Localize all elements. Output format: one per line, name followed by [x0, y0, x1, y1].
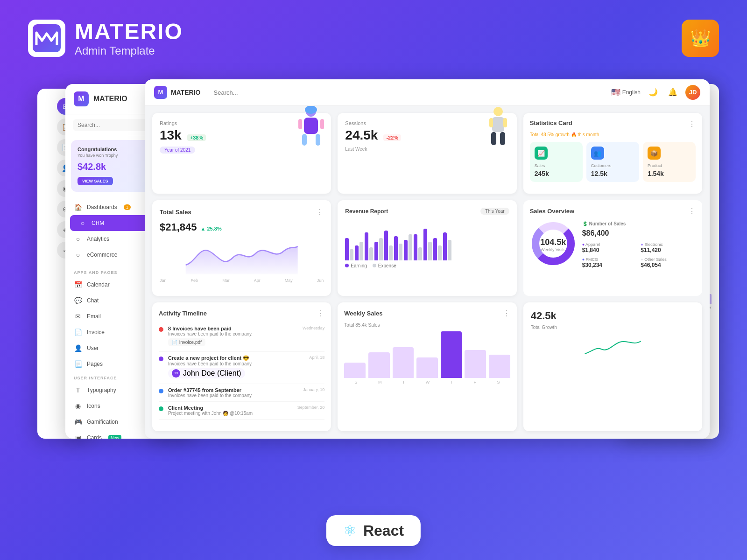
- ratings-card: Ratings 13k +38% Year of 2021: [152, 113, 331, 194]
- crown-badge: 👑: [682, 20, 719, 57]
- total-sales-title: Total Sales: [160, 209, 191, 216]
- ratings-figure: [294, 106, 329, 150]
- circle-icon: ○: [78, 219, 87, 227]
- weekly-bar-s1: [344, 363, 366, 378]
- expense-legend: Expense: [373, 263, 396, 268]
- weekly-bar-s2: [489, 355, 510, 378]
- bar-exp-2: [359, 242, 363, 260]
- weekly-bar-w: [416, 357, 438, 378]
- user-avatar[interactable]: JD: [685, 85, 700, 100]
- circle-icon-3: ○: [74, 251, 82, 259]
- nav-right-area: 🇺🇸 English 🌙 🔔 JD: [611, 85, 700, 100]
- weekly-sales-bar-chart: [344, 331, 510, 378]
- stat-product: 📦 Product 1.54k: [643, 142, 696, 182]
- activity-more-icon[interactable]: ⋮: [317, 309, 324, 318]
- dark-mode-toggle[interactable]: 🌙: [646, 85, 660, 99]
- stats-product-label: Product: [648, 163, 691, 168]
- revenue-report-card: Revenue Report This Year: [338, 200, 516, 295]
- weekly-sales-more-icon[interactable]: ⋮: [503, 309, 510, 318]
- gamification-icon: 🎮: [74, 418, 82, 426]
- svg-rect-13: [500, 132, 505, 145]
- bar-group-10: [433, 238, 442, 260]
- total-sales-months: Jan Feb Mar Apr May Jun: [160, 278, 324, 283]
- svg-rect-4: [316, 134, 320, 146]
- stats-product-value: 1.54k: [648, 170, 691, 177]
- stats-growth-text: Total 48.5% growth: [530, 132, 570, 137]
- ratings-value: 13k: [160, 128, 182, 143]
- tl-title-1: 8 Invoices have been paid: [168, 326, 232, 331]
- congrats-view-sales-button[interactable]: VIEW SALES: [78, 177, 113, 185]
- number-of-sales-label: Number of Sales: [589, 221, 626, 226]
- day-w: W: [426, 380, 430, 385]
- sidebar-brand-name: MATERIO: [93, 95, 127, 103]
- weekly-days-row: S M T W T F S: [344, 380, 510, 385]
- sidebar-chat-label: Chat: [87, 297, 99, 304]
- bar-exp-8: [418, 247, 422, 260]
- svg-rect-12: [491, 132, 496, 145]
- svg-rect-3: [302, 134, 307, 146]
- tl-date-3: January, 10: [303, 387, 324, 393]
- ratings-year-badge: Year of 2021: [160, 147, 195, 154]
- sessions-card: Sessions 24.5k -22% Last Week: [338, 113, 516, 194]
- cards-icon: ▣: [74, 434, 82, 439]
- svg-rect-11: [503, 118, 507, 127]
- nav-logo-area: M MATERIO: [154, 86, 201, 99]
- cards-new-badge: New: [108, 435, 121, 439]
- weekly-sales-subtitle: Total 85.4k Sales: [344, 322, 510, 328]
- bar-group-6: [394, 236, 402, 260]
- bar-group-7: [404, 234, 412, 260]
- day-m: M: [378, 380, 382, 385]
- notification-bell-icon[interactable]: 🔔: [666, 85, 680, 99]
- weekly-bar-f: [465, 350, 486, 378]
- sales-overview-more-icon[interactable]: ⋮: [688, 207, 696, 216]
- nav-search-input[interactable]: [214, 89, 604, 96]
- svg-point-8: [493, 107, 503, 116]
- sidebar-gamification-label: Gamification: [87, 419, 118, 425]
- tl-user-avatar-2: JD: [172, 369, 180, 378]
- total-growth-label: Total Growth: [531, 325, 695, 330]
- bar-exp-7: [409, 234, 412, 260]
- month-jun: Jun: [317, 278, 324, 283]
- timeline-item-4: Client Meeting September, 20 Project mee…: [159, 402, 324, 420]
- top-navbar: M MATERIO 🇺🇸 English 🌙 🔔 JD: [145, 79, 710, 105]
- growth-line-chart: [531, 333, 695, 356]
- stats-customers-value: 12.5k: [591, 170, 634, 177]
- num-sales-icon: 💲: [582, 221, 588, 226]
- stats-sales-value: 245k: [535, 170, 578, 177]
- weekly-bar-m: [368, 352, 390, 378]
- growth-value: 42.5k: [531, 310, 695, 322]
- stats-fire-emoji: 🔥: [571, 132, 578, 137]
- weekly-sales-title: Weekly Sales: [344, 310, 382, 317]
- bar-earn-5: [384, 231, 388, 260]
- day-s1: S: [355, 380, 358, 385]
- total-sales-more-icon[interactable]: ⋮: [316, 208, 324, 217]
- nav-search: [214, 88, 604, 97]
- tl-dot-1: [159, 327, 163, 332]
- revenue-report-title: Revenue Report: [345, 208, 388, 215]
- bar-earn-10: [433, 238, 437, 260]
- sales-overview-card: Sales Overview ⋮ 104.5k Weekly: [523, 200, 702, 295]
- bar-group-5: [384, 231, 393, 260]
- language-label: English: [622, 89, 641, 96]
- bar-exp-4: [379, 238, 383, 260]
- flag-icon: 🇺🇸: [611, 88, 620, 97]
- sidebar-dashboards-label: Dashboards: [87, 204, 117, 210]
- tl-content-2: Create a new project for client 😎 April,…: [168, 355, 324, 380]
- weekly-bar-t2: [441, 331, 462, 378]
- bar-earn-6: [394, 236, 398, 260]
- day-t2: T: [451, 380, 453, 385]
- fmcg-stat: ● FMCG $30,234: [582, 257, 637, 268]
- tl-filename-1: invoice.pdf: [179, 340, 202, 345]
- stats-period: this month: [578, 132, 599, 137]
- electronic-stat: ● Electronic $11,420: [641, 242, 696, 253]
- bar-group-11: [443, 232, 451, 260]
- tl-sub-4: Project meeting with John 🧑 @10:15am: [168, 411, 324, 416]
- nav-language-selector[interactable]: 🇺🇸 English: [611, 88, 641, 97]
- brand-logo: [28, 20, 65, 57]
- stats-more-icon[interactable]: ⋮: [688, 119, 696, 128]
- donut-area: 104.5k Weekly Visits 💲 Number of Sales $…: [530, 220, 696, 269]
- tl-date-2: April, 18: [309, 355, 324, 361]
- sessions-change: -22%: [383, 134, 401, 141]
- tl-date-4: September, 20: [297, 405, 325, 411]
- stats-sales-label: Sales: [535, 163, 578, 168]
